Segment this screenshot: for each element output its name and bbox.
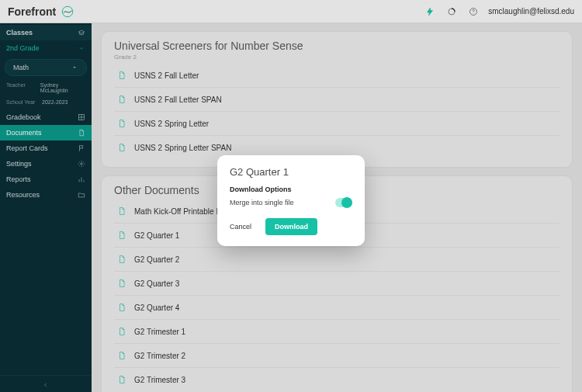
merge-toggle[interactable] <box>335 198 352 207</box>
merge-option-row: Merge into single file <box>230 198 352 207</box>
modal-actions: Cancel Download <box>230 218 352 235</box>
download-modal: G2 Quarter 1 Download Options Merge into… <box>217 155 365 246</box>
modal-overlay[interactable]: G2 Quarter 1 Download Options Merge into… <box>0 0 582 392</box>
modal-title: G2 Quarter 1 <box>230 166 352 178</box>
download-button[interactable]: Download <box>265 218 317 235</box>
modal-subtitle: Download Options <box>230 186 352 193</box>
cancel-button[interactable]: Cancel <box>230 223 251 231</box>
merge-option-label: Merge into single file <box>230 199 294 206</box>
